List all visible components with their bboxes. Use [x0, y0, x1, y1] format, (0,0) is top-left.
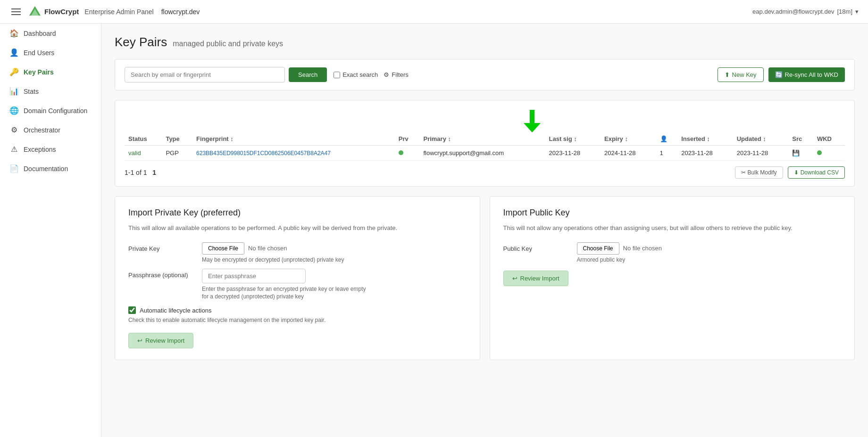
lifecycle-checkbox[interactable] [128, 306, 136, 314]
col-fingerprint: Fingerprint ↕ [192, 132, 395, 146]
review-import-public-label: Review Import [520, 275, 559, 282]
sidebar-item-domain-config[interactable]: 🌐 Domain Configuration [0, 101, 101, 120]
filters-label: Filters [392, 71, 408, 78]
sidebar-label-key-pairs: Key Pairs [24, 68, 54, 76]
cell-updated: 2023-11-28 [733, 146, 789, 161]
new-key-icon: ⬆ [725, 71, 730, 78]
review-import-private-label: Review Import [145, 337, 184, 344]
sidebar-label-documentation: Documentation [24, 165, 68, 173]
filters-icon: ⚙ [384, 71, 389, 78]
sidebar-item-documentation[interactable]: 📄 Documentation [0, 159, 101, 178]
panel-label: Enterprise Admin Panel [84, 8, 153, 16]
sidebar-item-exceptions[interactable]: ⚠ Exceptions [0, 140, 101, 159]
review-import-public-icon: ↩ [512, 275, 517, 282]
col-status: Status [125, 132, 162, 146]
topbar-domain: flowcrypt.dev [161, 8, 200, 16]
cell-inserted: 2023-11-28 [677, 146, 733, 161]
domain-icon: 🌐 [9, 106, 19, 115]
resync-button[interactable]: 🔄 Re-sync All to WKD [768, 67, 845, 82]
col-prv: Prv [395, 132, 420, 146]
key-pairs-icon: 🔑 [9, 67, 19, 76]
flowcrypt-logo-icon [28, 5, 42, 18]
hamburger-menu[interactable] [9, 7, 23, 17]
new-key-button[interactable]: ⬆ New Key [718, 67, 764, 82]
main-content: Key Pairs managed public and private key… [101, 24, 868, 437]
search-row: Search Exact search ⚙ Filters ⬆ New Key … [125, 67, 845, 82]
private-key-no-file-text: No file chosen [248, 245, 287, 252]
public-key-no-file-text: No file chosen [623, 245, 662, 252]
cell-status: valid [125, 146, 162, 161]
dashboard-icon: 🏠 [9, 29, 19, 38]
sidebar-item-dashboard[interactable]: 🏠 Dashboard [0, 24, 101, 43]
resync-icon: 🔄 [775, 71, 783, 78]
page-header: Key Pairs managed public and private key… [115, 35, 855, 49]
review-import-private-button[interactable]: ↩ Review Import [128, 333, 193, 348]
review-import-public-button[interactable]: ↩ Review Import [503, 271, 568, 286]
bulk-modify-label: Bulk Modify [748, 169, 777, 176]
chevron-down-icon[interactable]: ▾ [855, 8, 859, 15]
exceptions-icon: ⚠ [9, 145, 19, 154]
wkd-dot [817, 150, 822, 155]
fingerprint-link[interactable]: 623BB435ED998015DF1CD0862506E0457B8A2A47 [196, 150, 331, 157]
table-header-row: Status Type Fingerprint ↕ Prv Primary ↕ … [125, 132, 845, 146]
bulk-modify-icon: ✂ [741, 169, 746, 176]
pagination-info: 1-1 of 1 1 [125, 169, 156, 176]
page-title: Key Pairs [115, 35, 167, 49]
review-import-private-icon: ↩ [137, 337, 142, 344]
private-key-note: May be encrypted or decrypted (unprotect… [202, 256, 344, 263]
svg-marker-3 [524, 123, 541, 132]
filters-button[interactable]: ⚙ Filters [384, 71, 408, 78]
sidebar-label-orchestrator: Orchestrator [24, 126, 60, 134]
cell-wkd [813, 146, 845, 161]
sidebar-label-dashboard: Dashboard [24, 30, 56, 37]
cell-user-count: 1 [656, 146, 678, 161]
col-src: Src [788, 132, 813, 146]
topbar-session: [18m] [837, 8, 852, 15]
public-key-choose-file-button[interactable]: Choose File [577, 242, 619, 255]
col-type: Type [162, 132, 192, 146]
search-button[interactable]: Search [289, 67, 327, 82]
col-inserted: Inserted ↕ [677, 132, 733, 146]
prv-dot [399, 150, 403, 155]
passphrase-input[interactable] [202, 269, 306, 283]
public-key-file-wrapper: Choose File No file chosen [577, 242, 662, 255]
topbar-user: eap.dev.admin@flowcrypt.dev [752, 8, 834, 15]
sidebar-item-end-users[interactable]: 👤 End Users [0, 43, 101, 62]
exact-search-label[interactable]: Exact search [334, 71, 378, 78]
sidebar-item-stats[interactable]: 📊 Stats [0, 82, 101, 101]
sidebar-item-orchestrator[interactable]: ⚙ Orchestrator [0, 120, 101, 140]
topbar-right: eap.dev.admin@flowcrypt.dev [18m] ▾ [752, 8, 859, 15]
download-icon: ⬇ [794, 169, 799, 176]
topbar: FlowCrypt Enterprise Admin Panel flowcry… [0, 0, 868, 24]
import-public-card: Import Public Key This will not allow an… [490, 196, 855, 360]
col-updated: Updated ↕ [733, 132, 789, 146]
public-key-field-row: Public Key Choose File No file chosen Ar… [503, 242, 842, 263]
cell-last-sig: 2023-11-28 [545, 146, 601, 161]
exact-search-checkbox[interactable] [334, 72, 340, 78]
topbar-left: FlowCrypt Enterprise Admin Panel flowcry… [9, 5, 200, 18]
new-key-label: New Key [732, 71, 757, 78]
table-row: valid PGP 623BB435ED998015DF1CD0862506E0… [125, 146, 845, 161]
sidebar-item-key-pairs[interactable]: 🔑 Key Pairs [0, 62, 101, 82]
cell-type: PGP [162, 146, 192, 161]
pagination-count: 1 [152, 169, 156, 176]
private-key-value: Choose File No file chosen May be encryp… [202, 242, 344, 263]
cell-fingerprint: 623BB435ED998015DF1CD0862506E0457B8A2A47 [192, 146, 395, 161]
lifecycle-note: Check this to enable automatic lifecycle… [128, 317, 467, 323]
sidebar-label-end-users: End Users [24, 49, 54, 57]
action-buttons: ⬆ New Key 🔄 Re-sync All to WKD [718, 67, 845, 82]
public-key-armored-note: Armored public key [577, 256, 662, 263]
download-csv-button[interactable]: ⬇ Download CSV [788, 166, 845, 179]
stats-icon: 📊 [9, 87, 19, 96]
search-section: Search Exact search ⚙ Filters ⬆ New Key … [115, 59, 855, 91]
sidebar-label-stats: Stats [24, 88, 39, 95]
cell-prv [395, 146, 420, 161]
import-public-title: Import Public Key [503, 208, 842, 218]
passphrase-note: Enter the passphrase for an encrypted pr… [202, 285, 372, 301]
end-users-icon: 👤 [9, 48, 19, 57]
page-subtitle: managed public and private keys [173, 40, 283, 48]
search-input[interactable] [125, 67, 285, 82]
private-key-choose-file-button[interactable]: Choose File [202, 242, 244, 255]
bulk-modify-button[interactable]: ✂ Bulk Modify [735, 166, 783, 179]
orchestrator-icon: ⚙ [9, 125, 19, 134]
